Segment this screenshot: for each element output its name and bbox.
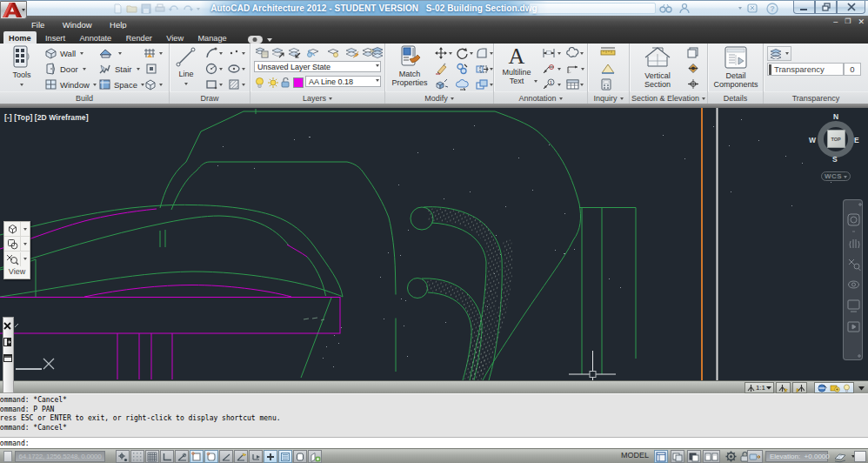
panel-label-inquiry[interactable]: Inquiry xyxy=(588,91,629,104)
hatch-button[interactable] xyxy=(227,77,246,91)
layer-freeze-toggle[interactable] xyxy=(266,76,280,90)
snap-mode-toggle[interactable] xyxy=(130,450,144,463)
surface-hatch-icon[interactable] xyxy=(833,452,847,463)
layers-more-button[interactable] xyxy=(371,45,386,59)
clean-screen-button[interactable] xyxy=(854,451,866,462)
transparency-toggle[interactable] xyxy=(293,450,307,463)
annotation-scale-button[interactable]: 1:1 xyxy=(744,382,774,393)
panel-label-modify[interactable]: Modify xyxy=(385,91,493,104)
multileader-button[interactable] xyxy=(541,62,562,76)
viewcube-west[interactable]: W xyxy=(809,136,816,144)
ortho-mode-toggle[interactable] xyxy=(160,450,174,463)
infocenter-dropdown-icon[interactable] xyxy=(738,7,742,10)
revision-cloud-button[interactable] xyxy=(455,77,470,91)
view-visual-style-button[interactable] xyxy=(4,237,20,251)
make-current-button[interactable] xyxy=(344,45,360,59)
multiline-text-button[interactable]: A Multiline Text xyxy=(497,45,536,85)
match-properties-button[interactable]: Match Properties xyxy=(389,45,431,87)
exchange-user-icon[interactable] xyxy=(679,3,690,14)
leader-corner-button[interactable] xyxy=(565,62,585,76)
tag-button[interactable]: 1 xyxy=(541,77,562,91)
palette-autohide-icon[interactable] xyxy=(3,338,11,346)
elevation-display[interactable]: Elevation: +0.0000 xyxy=(765,451,828,462)
section-line-button[interactable] xyxy=(685,77,701,91)
space-button[interactable]: Space xyxy=(97,77,145,91)
transparency-layers-button[interactable] xyxy=(767,46,791,61)
ellipse-button[interactable] xyxy=(227,62,246,76)
section-plane-button[interactable] xyxy=(685,61,701,76)
layer-color-swatch[interactable] xyxy=(292,77,304,89)
explode-button[interactable] xyxy=(434,77,449,91)
area-button[interactable] xyxy=(599,62,617,76)
layer-properties-button[interactable] xyxy=(254,45,270,59)
annotation-visibility-button[interactable] xyxy=(776,382,791,393)
close-button[interactable] xyxy=(837,1,865,14)
workspace-switching-button[interactable] xyxy=(724,450,738,463)
point-button[interactable] xyxy=(227,46,246,60)
panel-label-section[interactable]: Section & Elevation xyxy=(630,91,707,104)
drawing-area[interactable]: [-] [Top] [2D Wireframe] View N E S W TO… xyxy=(0,108,868,380)
quickcalc-button[interactable] xyxy=(599,77,613,91)
layer-freeze-button[interactable] xyxy=(305,45,321,59)
dimension-button[interactable] xyxy=(541,46,562,60)
measure-button[interactable] xyxy=(599,45,617,59)
quick-properties-toggle[interactable] xyxy=(308,450,322,463)
revision-cloud2-button[interactable] xyxy=(565,46,584,60)
layer-off-button[interactable] xyxy=(325,45,341,59)
infer-constraints-toggle[interactable] xyxy=(116,450,130,463)
model-layout-toggle[interactable] xyxy=(654,450,668,463)
exchange-apps-icon[interactable] xyxy=(746,3,758,14)
transparency-slider-handle[interactable] xyxy=(769,64,771,75)
command-window[interactable]: Command: *Cancel* Command: P PAN Press E… xyxy=(0,393,868,448)
erase-button[interactable] xyxy=(434,62,449,76)
model-space-label[interactable]: MODEL xyxy=(621,451,649,460)
viewcube[interactable]: N E S W TOP xyxy=(811,115,860,164)
quick-view-drawings-button[interactable] xyxy=(687,450,701,463)
search-binoculars-icon[interactable] xyxy=(659,3,673,14)
roof-slab-button[interactable] xyxy=(97,46,123,60)
table-button[interactable] xyxy=(565,77,584,91)
section-box-button[interactable] xyxy=(685,45,701,60)
circle-button[interactable] xyxy=(204,62,224,76)
infocenter-search-input[interactable] xyxy=(529,3,656,14)
view-zoom-dropdown[interactable] xyxy=(20,252,30,266)
coordinates-display[interactable]: 64.1722, 1256.5248, 0.0000 xyxy=(15,451,105,462)
layer-state-combo[interactable]: Unsaved Layer State xyxy=(254,61,381,72)
help-icon[interactable]: ? xyxy=(766,3,778,15)
wcs-button[interactable]: WCS xyxy=(821,171,851,181)
layer-on-toggle[interactable] xyxy=(254,76,265,90)
annotation-monitor-button[interactable] xyxy=(703,450,720,463)
doc-minimize-icon[interactable]: – xyxy=(833,17,838,26)
cut-plane-button[interactable] xyxy=(814,382,854,393)
transparency-slider[interactable]: Transparency xyxy=(767,63,844,76)
panel-label-draw[interactable]: Draw xyxy=(170,91,250,104)
mirror-button[interactable] xyxy=(475,77,494,91)
viewport-controls-label[interactable]: [-] [Top] [2D Wireframe] xyxy=(4,113,89,122)
layer-lock-toggle[interactable] xyxy=(279,76,293,90)
vertical-section-button[interactable]: Vertical Section xyxy=(631,45,684,89)
viewcube-top-face[interactable]: TOP xyxy=(827,130,845,148)
quick-view-layouts-button[interactable] xyxy=(671,450,684,463)
column-button[interactable] xyxy=(144,62,158,76)
wall-button[interactable]: Wall xyxy=(43,46,84,60)
panel-label-layers[interactable]: Layers xyxy=(250,91,384,104)
view-visual-style-dropdown[interactable] xyxy=(20,237,30,251)
stretch-button[interactable] xyxy=(475,62,494,76)
viewcube-north[interactable]: N xyxy=(833,112,838,121)
viewcube-south[interactable]: S xyxy=(832,155,838,164)
object-snap-toggle[interactable] xyxy=(190,450,204,463)
layer-unisolate-button[interactable] xyxy=(287,45,303,59)
stair-button[interactable]: Stair xyxy=(97,62,141,76)
polar-tracking-toggle[interactable] xyxy=(175,450,189,463)
dynamic-ucs-toggle[interactable] xyxy=(234,450,248,463)
dstatus-dropdown-icon[interactable] xyxy=(858,386,865,391)
arc-button[interactable] xyxy=(204,46,224,60)
grid-button[interactable] xyxy=(142,46,164,60)
3d-object-snap-toggle[interactable] xyxy=(204,450,218,463)
dynamic-input-toggle[interactable] xyxy=(264,450,277,463)
viewcube-east[interactable]: E xyxy=(854,136,859,144)
panel-label-transparency[interactable]: Transparency xyxy=(764,91,868,104)
doc-restore-icon[interactable]: ❐ xyxy=(845,17,851,26)
window-button[interactable]: Window xyxy=(43,77,97,91)
fillet-button[interactable] xyxy=(475,46,494,60)
